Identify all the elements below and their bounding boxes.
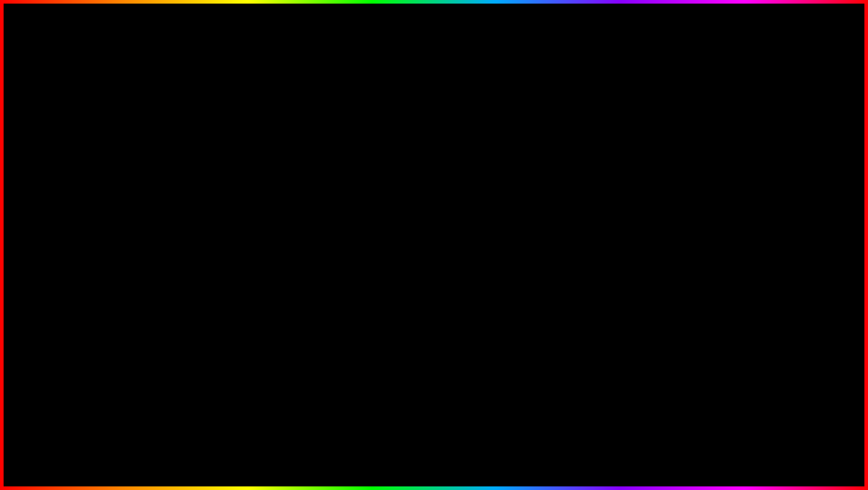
- mobile-line: MOBILE ✔: [39, 178, 221, 214]
- mastery-menu-sublabel: Click To Box to Start Farm Mastery: [355, 232, 432, 238]
- main-farm-row: Main Farm Click to Box to Farm, I ready …: [355, 178, 545, 200]
- update-label: UPDATE: [39, 422, 220, 474]
- main-farm-sublabel: Click to Box to Farm, I ready update new…: [355, 190, 470, 196]
- window1-user-avatar: [239, 260, 251, 273]
- auto-farm-label-group: Auto Farm Mastery Menu: [355, 203, 387, 217]
- fruits-label: FRUITS: [708, 442, 757, 456]
- sidebar-item-general[interactable]: General: [287, 191, 349, 205]
- local-players-dot: [239, 178, 242, 182]
- window2-minimize-btn[interactable]: ─: [523, 160, 532, 169]
- auto-farm-sublabel: Mastery Menu: [355, 211, 387, 217]
- android-checkmark: ✔: [197, 215, 221, 248]
- twenty-label: 20: [229, 422, 279, 474]
- window1-title: Goblin Hub: [239, 129, 275, 137]
- window2-content: Main Farm Click to Box to Farm, I ready …: [350, 173, 550, 282]
- mastery-menu-row: Mastery Menu Click To Box to Start Farm …: [355, 221, 545, 242]
- mobile-checkmark: ✔: [171, 180, 196, 212]
- race-v4-dot: [239, 234, 242, 237]
- welcome-dot: [292, 182, 296, 186]
- auto-farm-label: Auto Farm: [355, 203, 387, 210]
- window1-titlebar: Goblin Hub ─ ✕: [233, 125, 476, 141]
- bf-logo: ☠ ▪ BOX ▪ FRUITS: [674, 425, 766, 465]
- auto-farm-bf-toggle[interactable]: ✓: [535, 245, 545, 255]
- misc-dot: [292, 210, 296, 214]
- sidebar-item-misc[interactable]: ...: [287, 205, 349, 218]
- title-blox: BLOX: [39, 16, 248, 95]
- auto-farm-gun-toggle[interactable]: [535, 263, 545, 273]
- status-sever-dot: [239, 206, 242, 209]
- auto-farm-toggle[interactable]: [535, 205, 545, 215]
- title-fruits: FRUITS: [568, 16, 838, 95]
- android-line: ANDROID ✔: [39, 214, 221, 249]
- auto-farm-row: Auto Farm Mastery Menu: [355, 200, 545, 221]
- window1-close-btn[interactable]: ✕: [461, 128, 470, 137]
- window2-title: Goblin Hub: [292, 161, 329, 169]
- script-pastebin-label: SCRIPT PASTEBIN: [288, 426, 630, 470]
- shop-dot: [239, 248, 242, 251]
- window2-titlebar: Goblin Hub ─ ✕: [287, 156, 550, 173]
- mobile-android-section: MOBILE ✔ ANDROID ✔: [39, 178, 221, 249]
- world-teleport-dot: [239, 192, 242, 196]
- auto-farm-bf-row: Auto Farm BF Mastery ✓: [355, 242, 545, 259]
- general-dot: [292, 196, 296, 200]
- bottom-text: UPDATE 20 SCRIPT PASTEBIN: [39, 422, 630, 474]
- main-farm-label: Main Farm: [355, 182, 470, 189]
- title-x: X: [408, 16, 461, 95]
- skull-icon: ☠: [684, 432, 704, 458]
- sidebar-item-welcome[interactable]: Welcome: [287, 177, 349, 191]
- window1-controls: ─ ✕: [449, 128, 470, 137]
- devil-fruit-dot: [239, 220, 242, 223]
- main-farm-label-group: Main Farm Click to Box to Farm, I ready …: [355, 182, 470, 196]
- window2-controls: ─ ✕: [523, 160, 545, 169]
- window1-user-name: Sky: [255, 263, 265, 270]
- raid-dot: [239, 164, 242, 168]
- auto-farm-gun-label: Auto Farm Gun Mastery: [355, 264, 427, 272]
- auto-farm-bf-label-group: Auto Farm BF Mastery: [355, 247, 422, 254]
- mobile-label: MOBILE: [39, 178, 165, 214]
- mastery-menu-label-group: Mastery Menu Click To Box to Start Farm …: [355, 224, 432, 238]
- heart-logo: [273, 223, 362, 313]
- esp-dot: [239, 150, 242, 154]
- mastery-menu-label: Mastery Menu: [355, 224, 432, 232]
- auto-farm-gun-row: Auto Farm Gun Mastery: [355, 259, 545, 276]
- window2-close-btn[interactable]: ✕: [536, 160, 545, 169]
- bf-logo-text-group: ▪ BOX ▪ FRUITS: [708, 434, 757, 456]
- auto-farm-gun-label-group: Auto Farm Gun Mastery: [355, 264, 427, 272]
- bf-logo-box: ☠ ▪ BOX ▪ FRUITS: [674, 425, 766, 465]
- auto-farm-bf-label: Auto Farm BF Mastery: [355, 247, 422, 254]
- android-label: ANDROID: [39, 214, 190, 249]
- window1-minimize-btn[interactable]: ─: [449, 128, 458, 137]
- main-container: BLOX X FRUITS MOBILE ✔ ANDROID ✔ Goblin …: [0, 0, 868, 490]
